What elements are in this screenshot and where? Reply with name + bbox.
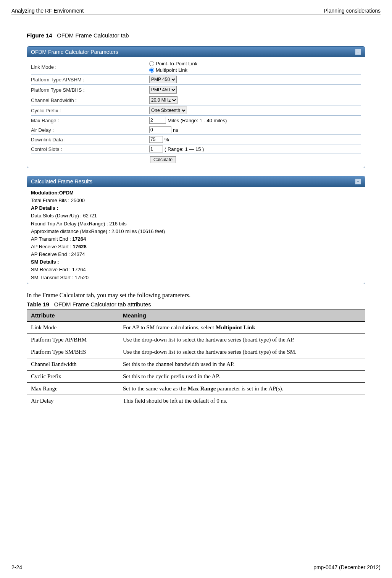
cell-meaning: Use the drop-down list to select the har…: [119, 346, 365, 358]
radio-multipoint[interactable]: Multipoint Link: [149, 67, 197, 73]
cell-attr: Platform Type SM/BHS: [27, 346, 119, 358]
ofdm-parameters-panel: OFDM Frame Calculator Parameters − Link …: [27, 46, 365, 168]
table-row: Air Delay This field should be left at t…: [27, 395, 365, 407]
cell-attr: Platform Type AP/BHM: [27, 334, 119, 346]
collapse-icon[interactable]: −: [355, 49, 361, 55]
row-cyclic-prefix: Cyclic Prefix : One Sixteenth: [31, 105, 361, 116]
input-air-delay[interactable]: [149, 126, 171, 133]
result-modulation: Modulation:OFDM: [31, 190, 74, 196]
cell-attr: Cyclic Prefix: [27, 370, 119, 382]
result-ap-tx-end-label: AP Transmit End :: [31, 236, 72, 242]
suffix-air-delay: ns: [173, 127, 178, 133]
panel-header: Calculated Frame Results −: [27, 176, 365, 187]
result-sm-rx-end: SM Receive End : 17264: [31, 266, 361, 274]
row-air-delay: Air Delay : ns: [31, 125, 361, 135]
table-row: Cyclic Prefix Set this to the cyclic pre…: [27, 370, 365, 382]
result-ap-rx-start-label: AP Receive Start :: [31, 244, 73, 249]
table-row: Max Range Set to the same value as the M…: [27, 382, 365, 395]
select-platform-sm[interactable]: PMP 450: [149, 86, 177, 94]
table-caption: Table 19 OFDM Frame Calculator tab attri…: [27, 301, 365, 308]
cell-attr: Link Mode: [27, 321, 119, 334]
row-control-slots: Control Slots : ( Range: 1 — 15 ): [31, 144, 361, 154]
table-number: Table 19: [27, 301, 49, 308]
cell-attr: Air Delay: [27, 395, 119, 407]
result-total-frame-bits: Total Frame Bits : 25000: [31, 197, 361, 204]
row-max-range: Max Range : Miles (Range: 1 - 40 miles): [31, 116, 361, 125]
collapse-icon[interactable]: −: [355, 178, 361, 185]
input-control-slots[interactable]: [149, 146, 163, 152]
result-distance: Approximate distance (MaxRange) : 2.010 …: [31, 228, 361, 235]
cell-meaning: Set this to the cyclic prefix used in th…: [119, 370, 365, 382]
label-cyclic-prefix: Cyclic Prefix :: [31, 108, 149, 113]
radio-ptp-input[interactable]: [149, 61, 154, 66]
suffix-control-slots: ( Range: 1 — 15 ): [165, 146, 204, 152]
cell-attr: Max Range: [27, 382, 119, 395]
label-channel-bw: Channel Bandwidth :: [31, 97, 149, 103]
intro-text: In the Frame Calculator tab, you may set…: [27, 292, 365, 299]
input-max-range[interactable]: [149, 117, 166, 124]
label-platform-ap: Platform Type AP/BHM :: [31, 77, 149, 83]
row-platform-sm: Platform Type SM/BHS : PMP 450: [31, 85, 361, 95]
label-link-mode: Link Mode :: [31, 64, 149, 70]
table-title: OFDM Frame Calculator tab attributes: [54, 301, 151, 308]
select-cyclic-prefix[interactable]: One Sixteenth: [149, 107, 187, 114]
cell-meaning: This field should be left at the default…: [119, 395, 365, 407]
result-ap-tx-end-value: 17264: [72, 236, 86, 242]
row-platform-ap: Platform Type AP/BHM : PMP 450: [31, 74, 361, 85]
cell-attr: Channel Bandwidth: [27, 358, 119, 370]
cell-meaning: Set to the same value as the Max Range p…: [119, 382, 365, 395]
input-downlink[interactable]: [149, 136, 163, 143]
label-max-range: Max Range :: [31, 118, 149, 123]
select-platform-ap[interactable]: PMP 450: [149, 76, 177, 83]
result-sm-tx-start: SM Transmit Start : 17520: [31, 274, 361, 282]
result-sm-details: SM Details :: [31, 259, 59, 265]
result-ap-details: AP Details :: [31, 205, 58, 211]
row-downlink: Downlink Data : %: [31, 135, 361, 144]
header-divider: [11, 15, 381, 15]
panel-title: Calculated Frame Results: [31, 178, 92, 185]
table-row: Link Mode For AP to SM frame calculation…: [27, 321, 365, 334]
figure-title: OFDM Frame Calculator tab: [57, 32, 129, 39]
label-air-delay: Air Delay :: [31, 127, 149, 133]
panel-header: OFDM Frame Calculator Parameters −: [27, 47, 365, 57]
radio-point-to-point[interactable]: Point-To-Point Link: [149, 61, 197, 66]
table-row: Channel Bandwidth Set this to the channe…: [27, 358, 365, 370]
figure-caption: Figure 14 OFDM Frame Calculator tab: [27, 32, 381, 39]
figure-number: Figure 14: [27, 32, 52, 39]
cell-meaning: Set this to the channel bandwidth used i…: [119, 358, 365, 370]
suffix-max-range: Miles (Range: 1 - 40 miles): [168, 118, 227, 123]
calculate-button[interactable]: Calculate: [150, 156, 176, 163]
label-platform-sm: Platform Type SM/BHS :: [31, 87, 149, 93]
row-channel-bw: Channel Bandwidth : 20.0 MHz: [31, 95, 361, 105]
table-row: Platform Type AP/BHM Use the drop-down l…: [27, 334, 365, 346]
result-ap-rx-end: AP Receive End : 24374: [31, 251, 361, 258]
footer-page-number: 2-24: [11, 564, 22, 570]
panel-title: OFDM Frame Calculator Parameters: [31, 49, 118, 55]
label-control-slots: Control Slots :: [31, 146, 149, 152]
calculated-results-panel: Calculated Frame Results − Modulation:OF…: [27, 176, 365, 284]
header-left: Analyzing the RF Environment: [11, 8, 84, 14]
cell-meaning: Use the drop-down list to select the har…: [119, 334, 365, 346]
table-row: Platform Type SM/BHS Use the drop-down l…: [27, 346, 365, 358]
page-header: Analyzing the RF Environment Planning co…: [11, 8, 381, 14]
footer-doc-id: pmp-0047 (December 2012): [313, 564, 381, 570]
col-attribute: Attribute: [27, 309, 119, 321]
select-channel-bw[interactable]: 20.0 MHz: [149, 96, 177, 104]
col-meaning: Meaning: [119, 309, 365, 321]
label-downlink: Downlink Data :: [31, 137, 149, 142]
suffix-downlink: %: [165, 137, 169, 142]
row-link-mode: Link Mode : Point-To-Point Link Multipoi…: [31, 60, 361, 74]
result-ap-rx-start-value: 17628: [73, 244, 87, 249]
page-footer: 2-24 pmp-0047 (December 2012): [11, 564, 381, 570]
attributes-table: Attribute Meaning Link Mode For AP to SM…: [27, 309, 365, 407]
cell-meaning: For AP to SM frame calculations, select …: [119, 321, 365, 334]
result-round-trip: Round Trip Air Delay (MaxRange) : 216 bi…: [31, 220, 361, 228]
result-data-slots: Data Slots (Down/Up) : 62 /21: [31, 212, 361, 220]
radio-mp-input[interactable]: [149, 68, 154, 73]
header-right: Planning considerations: [324, 8, 381, 14]
